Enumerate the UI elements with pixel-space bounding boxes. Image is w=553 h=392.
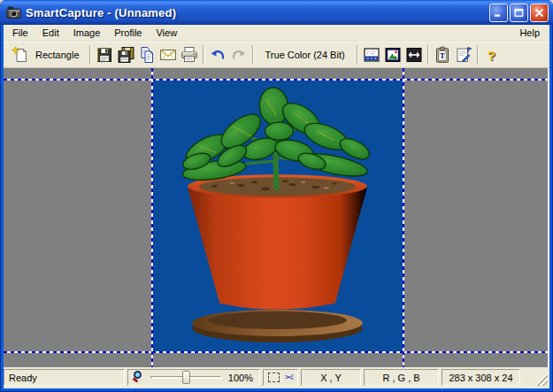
print-button[interactable] xyxy=(179,44,200,65)
image-dimensions: 283 x 308 x 24 xyxy=(449,373,512,383)
capture-canvas[interactable] xyxy=(4,68,549,367)
statusbar: Ready 100% ✂ X , Y R , G , B xyxy=(4,367,549,388)
redo-icon xyxy=(230,46,248,64)
app-window: SmartCapture - (Unnamed) File Edit Image… xyxy=(0,0,553,392)
menu-profile[interactable]: Profile xyxy=(107,26,149,40)
menu-image[interactable]: Image xyxy=(66,26,108,40)
titlebar[interactable]: SmartCapture - (Unnamed) xyxy=(0,0,553,25)
menu-file[interactable]: File xyxy=(5,26,35,40)
zoom-value: 100% xyxy=(228,373,259,383)
status-message-panel: Ready xyxy=(4,369,125,386)
selection-guide-bottom[interactable] xyxy=(4,351,548,353)
zoom-slider[interactable] xyxy=(150,371,221,384)
email-icon xyxy=(159,46,177,64)
zoom-slider-thumb[interactable] xyxy=(182,371,190,384)
zoom-panel: 100% xyxy=(127,369,260,386)
captured-image xyxy=(152,80,403,351)
toolbar-separator xyxy=(427,45,429,65)
save-button[interactable] xyxy=(94,44,115,65)
pixel-color-panel: R , G , B xyxy=(364,369,439,386)
selection-guide-right[interactable] xyxy=(403,68,404,367)
email-button[interactable] xyxy=(157,44,179,65)
capture-options-panel: ✂ xyxy=(263,369,298,386)
fit-window-icon xyxy=(405,46,423,64)
pixel-color-label: R , G , B xyxy=(382,373,419,383)
scissors-icon: ✂ xyxy=(284,372,294,383)
save-all-button[interactable] xyxy=(115,44,136,65)
minimize-icon[interactable] xyxy=(489,4,508,22)
resize-grip[interactable] xyxy=(533,371,548,386)
toolbar-separator xyxy=(89,45,91,65)
selection-rect-icon xyxy=(268,373,280,382)
clipboard-text-icon: T xyxy=(434,46,451,64)
capture-mode-label: Rectangle xyxy=(35,50,80,60)
print-icon xyxy=(180,46,198,64)
capture-screen-icon xyxy=(363,46,380,64)
maximize-icon[interactable] xyxy=(510,4,528,22)
capture-screen-button[interactable] xyxy=(361,44,382,65)
toolbar-separator xyxy=(357,45,358,65)
help-icon: ? xyxy=(488,49,495,62)
close-icon[interactable] xyxy=(530,4,549,22)
menu-edit[interactable]: Edit xyxy=(35,26,66,40)
toolbar-separator xyxy=(203,45,204,65)
toolbar: Rectangle xyxy=(4,42,549,68)
fit-window-button[interactable] xyxy=(403,44,425,65)
save-all-icon xyxy=(117,46,134,64)
color-depth-indicator[interactable]: True Color (24 Bit) xyxy=(257,50,354,60)
status-message: Ready xyxy=(9,373,37,383)
selection-guide-top[interactable] xyxy=(4,79,548,81)
toolbar-separator xyxy=(252,45,254,65)
help-button[interactable]: ? xyxy=(481,44,503,65)
redo-button[interactable] xyxy=(228,44,250,65)
image-dimensions-panel: 283 x 308 x 24 xyxy=(442,369,520,386)
toolbar-separator xyxy=(477,45,479,65)
properties-button[interactable] xyxy=(453,44,474,65)
view-image-icon xyxy=(384,46,402,64)
save-icon xyxy=(96,46,113,64)
undo-button[interactable] xyxy=(207,44,228,65)
properties-icon xyxy=(455,46,472,64)
clipboard-letter: T xyxy=(440,51,445,60)
selection-guide-left[interactable] xyxy=(151,68,153,367)
clipboard-text-button[interactable]: T xyxy=(432,44,453,65)
cursor-position-panel: X , Y xyxy=(301,369,361,386)
view-image-button[interactable] xyxy=(382,44,403,65)
copy-icon xyxy=(138,46,156,64)
magnifier-icon xyxy=(132,371,145,384)
cursor-position-label: X , Y xyxy=(320,373,342,383)
window-title: SmartCapture - (Unnamed) xyxy=(26,6,489,19)
camera-icon xyxy=(6,5,21,20)
undo-icon xyxy=(209,46,227,64)
new-capture-icon xyxy=(12,46,29,64)
capture-mode-button[interactable]: Rectangle xyxy=(7,44,87,65)
menu-help[interactable]: Help xyxy=(511,26,548,40)
copy-button[interactable] xyxy=(136,44,157,65)
menu-view[interactable]: View xyxy=(149,26,184,40)
menubar: File Edit Image Profile View Help xyxy=(4,25,549,42)
